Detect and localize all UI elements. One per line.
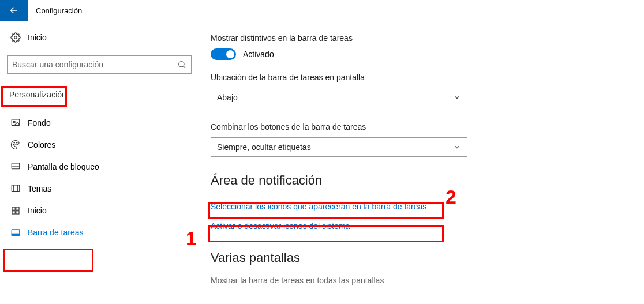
svg-point-5 — [14, 142, 15, 144]
badges-toggle[interactable] — [211, 48, 236, 60]
sidebar-item-label: Temas — [28, 184, 51, 193]
combine-value: Siempre, ocultar etiquetas — [217, 142, 311, 152]
sidebar-category: Personalización — [7, 87, 199, 103]
search-input[interactable] — [12, 60, 177, 69]
location-dropdown[interactable]: Abajo — [211, 88, 467, 107]
svg-point-1 — [179, 62, 184, 67]
svg-rect-14 — [12, 234, 20, 235]
svg-rect-9 — [12, 207, 15, 210]
themes-icon — [10, 183, 28, 194]
sidebar-item-colores[interactable]: Colores — [7, 134, 199, 156]
search-icon — [177, 60, 186, 69]
svg-rect-10 — [16, 207, 19, 210]
multiscreen-section-title: Varias pantallas — [211, 250, 615, 265]
sidebar-item-label: Barra de tareas — [28, 228, 84, 237]
combine-dropdown[interactable]: Siempre, ocultar etiquetas — [211, 137, 467, 157]
arrow-left-icon — [9, 5, 19, 16]
sidebar-item-label: Pantalla de bloqueo — [28, 162, 99, 171]
sidebar-home[interactable]: Inicio — [7, 28, 199, 47]
svg-rect-8 — [12, 185, 20, 192]
palette-icon — [10, 140, 28, 150]
svg-point-0 — [14, 36, 17, 39]
svg-point-4 — [13, 144, 14, 145]
lockscreen-icon — [10, 162, 28, 172]
main-content: Mostrar distintivos en la barra de tarea… — [199, 28, 615, 285]
sidebar-item-lockscreen[interactable]: Pantalla de bloqueo — [7, 156, 199, 178]
window-title: Configuración — [28, 6, 82, 15]
sidebar-item-taskbar[interactable]: Barra de tareas — [7, 222, 199, 243]
chevron-down-icon — [453, 143, 461, 151]
sidebar-home-label: Inicio — [28, 33, 47, 42]
link-system-icons[interactable]: Activar o desactivar iconos del sistema — [211, 218, 615, 234]
gear-icon — [10, 32, 28, 43]
sidebar-item-label: Inicio — [28, 206, 47, 215]
svg-rect-12 — [16, 211, 19, 214]
svg-point-3 — [13, 121, 15, 123]
multiscreen-subtext: Mostrar la barra de tareas en todas las … — [211, 276, 615, 285]
taskbar-icon — [10, 227, 28, 238]
combine-label: Combinar los botones de la barra de tare… — [211, 122, 615, 132]
badges-label: Mostrar distintivos en la barra de tarea… — [211, 33, 615, 43]
svg-rect-11 — [12, 211, 15, 214]
link-select-icons[interactable]: Seleccionar los iconos que aparecerán en… — [211, 198, 615, 215]
sidebar-item-inicio[interactable]: Inicio — [7, 200, 199, 222]
location-value: Abajo — [217, 93, 238, 102]
notification-section-title: Área de notificación — [211, 173, 615, 188]
image-icon — [10, 118, 28, 128]
sidebar-item-fondo[interactable]: Fondo — [7, 112, 199, 134]
sidebar-item-temas[interactable]: Temas — [7, 178, 199, 200]
location-label: Ubicación de la barra de tareas en panta… — [211, 73, 615, 82]
svg-point-6 — [17, 142, 18, 144]
chevron-down-icon — [453, 93, 461, 102]
toggle-state: Activado — [243, 50, 274, 59]
start-icon — [10, 205, 28, 216]
back-button[interactable] — [0, 0, 28, 21]
search-input-wrap[interactable] — [7, 55, 192, 74]
svg-rect-7 — [12, 163, 20, 169]
sidebar-item-label: Fondo — [28, 118, 51, 127]
sidebar: Inicio Personalización Fondo Colores — [0, 28, 199, 285]
sidebar-item-label: Colores — [28, 140, 55, 149]
